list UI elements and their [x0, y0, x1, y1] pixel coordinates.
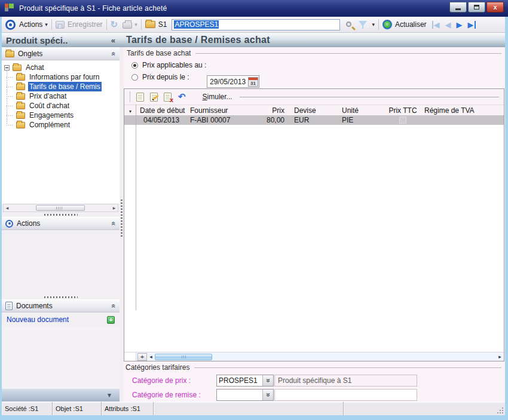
tree-node-label-selected[interactable]: Tarifs de base / Remis	[28, 82, 102, 91]
column-header-date[interactable]: Date de début	[136, 106, 190, 115]
last-record-button[interactable]: ▶	[468, 21, 476, 29]
scroll-left-icon[interactable]: ◂	[147, 354, 155, 360]
resize-grip[interactable]	[497, 407, 503, 413]
date-field[interactable]: 29/05/2013 31	[207, 75, 259, 88]
application-window: Produit spécifique à S1 - Fiche article …	[0, 0, 508, 420]
delete-line-icon[interactable]: x	[164, 93, 172, 102]
combo-dropdown-button[interactable]: «	[262, 375, 273, 386]
save-icon	[56, 21, 65, 29]
collapse-node-icon[interactable]	[4, 65, 10, 70]
minimize-button[interactable]	[449, 2, 467, 13]
groupbox-line	[195, 53, 501, 54]
tree-node-label[interactable]: Complément	[28, 120, 71, 130]
vertical-splitter[interactable]	[120, 47, 124, 401]
combo-dropdown-button[interactable]: «	[262, 390, 273, 400]
folder-icon	[16, 93, 25, 100]
folder-icon	[13, 65, 22, 71]
refresh-icon[interactable]: ↻	[111, 19, 118, 30]
restore-button[interactable]	[468, 2, 485, 13]
documents-panel-header[interactable]: Documents «	[2, 299, 120, 312]
simulate-button[interactable]: Simuler...	[203, 93, 232, 101]
print-icon[interactable]	[123, 22, 132, 29]
actions-menu-button[interactable]: Actions	[19, 20, 42, 29]
open-folder-icon	[16, 84, 25, 90]
scroll-left-icon[interactable]: ◂	[4, 204, 11, 211]
radio-prix-depuis[interactable]: Prix depuis le :	[131, 73, 189, 81]
next-record-button[interactable]: ▶	[457, 21, 463, 29]
chevron-down-icon[interactable]: ▾	[134, 22, 137, 27]
page-title-bar: Tarifs de base / Remises achat	[120, 33, 505, 47]
main-body: Tarifs de base achat Prix applicables au…	[120, 47, 505, 401]
tree-node-label[interactable]: Informations par fourn	[28, 72, 100, 82]
site-folder-icon[interactable]	[145, 21, 155, 28]
radio-unselected-icon[interactable]	[131, 74, 138, 81]
actualiser-button[interactable]: Actualiser	[395, 20, 427, 29]
column-header-prix[interactable]: Prix	[252, 106, 284, 115]
scrollbar-thumb[interactable]	[36, 205, 85, 211]
collapse-panel-icon[interactable]: «	[110, 304, 118, 308]
column-header-regime-tva[interactable]: Régime de TVA	[422, 106, 504, 115]
collapse-sidebar-icon[interactable]: «	[111, 36, 115, 45]
folder-icon	[16, 112, 25, 119]
chevron-down-icon[interactable]: ▼	[106, 392, 112, 398]
chevron-down-icon[interactable]: ▾	[372, 22, 375, 27]
first-record-button[interactable]: ◀	[432, 21, 440, 29]
previous-record-button[interactable]: ◀	[445, 21, 451, 29]
grid-empty-area	[124, 125, 504, 352]
status-empty-cell	[344, 402, 505, 415]
categorie-remise-combo[interactable]: «	[216, 389, 274, 401]
collapse-panel-icon[interactable]: «	[110, 52, 118, 56]
column-header-fournisseur[interactable]: Fournisseur	[190, 106, 252, 115]
undo-icon[interactable]: ↶	[178, 91, 186, 102]
scrollbar-thumb[interactable]	[155, 354, 212, 360]
tree-node-achat[interactable]: Achat	[2, 63, 120, 72]
date-value: 29/05/2013	[210, 78, 248, 86]
tree-horizontal-scrollbar[interactable]: ◂ ▸	[3, 204, 118, 212]
search-icon[interactable]	[346, 22, 351, 27]
add-line-button[interactable]: +	[137, 353, 147, 361]
categorie-prix-combo[interactable]: PROSPES1 «	[216, 375, 274, 387]
radio-prix-applicables[interactable]: Prix applicables au :	[131, 61, 206, 69]
sidebar-options-bar[interactable]: ▼	[2, 388, 120, 401]
scroll-right-icon[interactable]: ▸	[111, 204, 118, 211]
tree-node-cout-achat[interactable]: Coût d'achat	[2, 101, 120, 111]
actions-panel-header[interactable]: Actions «	[2, 217, 120, 230]
scroll-right-icon[interactable]: ▸	[496, 354, 504, 360]
radio-selected-icon[interactable]	[131, 62, 138, 69]
toolbar-separator	[141, 19, 142, 30]
new-document-link[interactable]: Nouveau document	[7, 315, 69, 324]
column-header-devise[interactable]: Devise	[284, 106, 337, 115]
tree-node-informations-par-fournisseur[interactable]: Informations par fourn	[2, 72, 120, 82]
tree-node-prix-achat[interactable]: Prix d'achat	[2, 91, 120, 101]
filter-icon[interactable]	[359, 21, 367, 26]
refresh-record-icon[interactable]	[382, 20, 392, 29]
grid-row-selected[interactable]: 04/05/2013 F-ABI 00007 80,00 EUR PIE	[124, 115, 504, 125]
new-line-icon[interactable]	[136, 93, 144, 102]
save-button[interactable]: Enregistrer	[68, 20, 103, 29]
grid-selector-column[interactable]: ▾	[124, 106, 136, 115]
tree-node-tarifs-de-base[interactable]: Tarifs de base / Remis	[2, 82, 120, 91]
panel-splitter[interactable]	[2, 295, 120, 299]
column-header-unite[interactable]: Unité	[337, 106, 384, 115]
column-header-prix-ttc[interactable]: Prix TTC	[384, 106, 422, 115]
tree-node-complement[interactable]: Complément	[2, 120, 120, 130]
calendar-icon[interactable]: 31	[248, 77, 258, 87]
actions-icon[interactable]	[5, 20, 16, 30]
tree-node-label[interactable]: Prix d'achat	[28, 91, 68, 101]
chevron-down-icon[interactable]: ▾	[129, 109, 131, 114]
panel-splitter[interactable]	[2, 212, 120, 217]
tree-node-engagements[interactable]: Engagements	[2, 111, 120, 120]
close-icon: x	[493, 4, 497, 11]
tree-node-label[interactable]: Engagements	[28, 111, 75, 120]
record-search-input[interactable]: APROSPES1	[172, 19, 340, 30]
main-toolbar: Actions ▾ Enregistrer ↻ ▾ S1 APROSPES1 ▾…	[2, 17, 505, 33]
edit-line-icon[interactable]	[150, 93, 158, 102]
collapse-panel-icon[interactable]: «	[110, 222, 118, 226]
close-button[interactable]: x	[486, 2, 504, 13]
add-document-button[interactable]: +	[107, 316, 115, 324]
tree-node-label[interactable]: Coût d'achat	[28, 101, 71, 111]
grid-horizontal-scrollbar[interactable]: + ◂ ▸	[124, 352, 504, 361]
prix-ttc-checkbox[interactable]	[399, 117, 406, 124]
tree-node-label[interactable]: Achat	[25, 63, 45, 72]
onglets-panel-header[interactable]: Onglets «	[2, 47, 120, 60]
